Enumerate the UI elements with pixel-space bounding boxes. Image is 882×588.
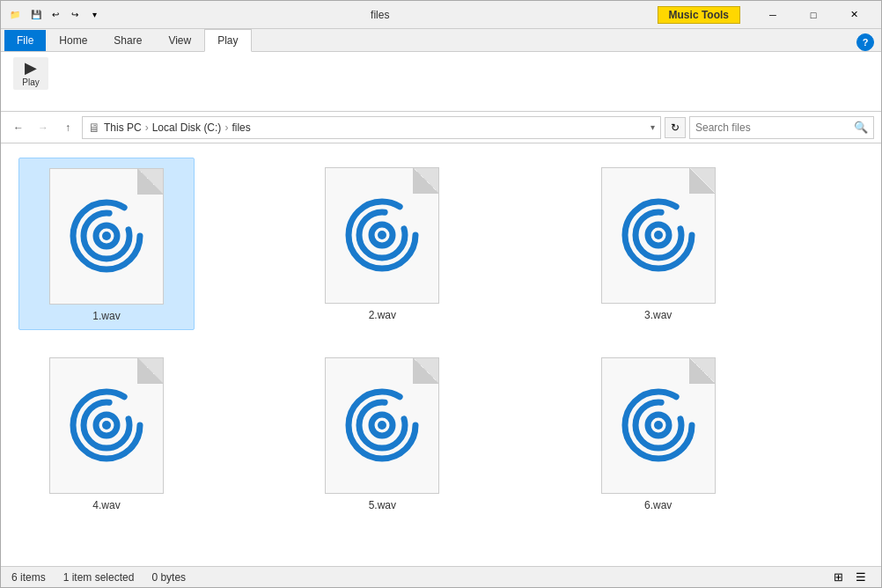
qat-undo-button[interactable]: ↩ bbox=[47, 6, 64, 24]
file-name-label: 4.wav bbox=[92, 499, 120, 511]
tab-play[interactable]: Play bbox=[204, 29, 251, 52]
ribbon: File Home Share View Play ? ▶ Play bbox=[1, 29, 881, 112]
details-view-button[interactable]: ☰ bbox=[851, 568, 871, 587]
play-label: Play bbox=[22, 77, 39, 87]
file-icon-wrapper bbox=[45, 355, 168, 496]
window-title: files bbox=[108, 9, 652, 21]
ribbon-tab-bar: Music Tools bbox=[658, 6, 740, 24]
wav-icon bbox=[342, 195, 422, 275]
qat-redo-button[interactable]: ↪ bbox=[66, 6, 84, 24]
title-bar: 📁 💾 ↩ ↪ ▾ files Music Tools ─ □ ✕ bbox=[1, 1, 881, 29]
svg-point-3 bbox=[102, 232, 111, 240]
file-icon-wrapper bbox=[597, 355, 720, 496]
window-controls: ─ □ ✕ bbox=[753, 1, 874, 29]
file-page-icon bbox=[325, 357, 439, 494]
svg-point-11 bbox=[654, 231, 663, 239]
file-item[interactable]: 1.wav bbox=[18, 158, 195, 330]
search-icon: 🔍 bbox=[854, 121, 868, 134]
file-page-icon bbox=[601, 167, 716, 304]
address-path[interactable]: 🖥 This PC › Local Disk (C:) › files ▾ bbox=[82, 116, 661, 139]
file-icon-wrapper bbox=[320, 355, 444, 496]
ribbon-tab-list: File Home Share View Play ? bbox=[1, 29, 881, 51]
file-page-icon bbox=[49, 357, 164, 494]
maximize-button[interactable]: □ bbox=[793, 1, 834, 29]
file-item[interactable]: 3.wav bbox=[570, 158, 746, 330]
quick-access-toolbar: 💾 ↩ ↪ ▾ bbox=[27, 6, 103, 24]
forward-button[interactable]: → bbox=[33, 117, 54, 138]
music-tools-tab[interactable]: Music Tools bbox=[658, 6, 740, 24]
file-item[interactable]: 5.wav bbox=[294, 348, 470, 518]
svg-point-15 bbox=[102, 421, 111, 430]
file-icon-wrapper bbox=[45, 165, 168, 306]
ribbon-content: ▶ Play bbox=[1, 51, 881, 111]
address-bar: ← → ↑ 🖥 This PC › Local Disk (C:) › file… bbox=[1, 112, 881, 143]
wav-icon bbox=[619, 386, 698, 465]
play-icon: ▶ bbox=[25, 60, 37, 76]
file-name-label: 2.wav bbox=[369, 309, 396, 321]
up-button[interactable]: ↑ bbox=[57, 117, 78, 138]
view-controls: ⊞ ☰ bbox=[828, 568, 871, 587]
file-page-icon bbox=[325, 167, 439, 304]
qat-dropdown-button[interactable]: ▾ bbox=[85, 6, 103, 24]
file-item[interactable]: 4.wav bbox=[18, 348, 195, 518]
file-name-label: 1.wav bbox=[92, 310, 120, 322]
file-page-icon bbox=[601, 357, 716, 494]
path-this-pc: This PC bbox=[104, 121, 142, 134]
file-name-label: 6.wav bbox=[644, 499, 672, 511]
path-sep-1: › bbox=[145, 121, 149, 134]
wav-icon bbox=[67, 386, 146, 465]
path-local-disk: Local Disk (C:) bbox=[152, 121, 222, 134]
file-size: 0 bytes bbox=[151, 571, 186, 584]
tab-share[interactable]: Share bbox=[100, 29, 155, 51]
large-icons-view-button[interactable]: ⊞ bbox=[828, 568, 848, 587]
selection-count: 1 item selected bbox=[63, 571, 135, 584]
title-bar-icons: 📁 bbox=[8, 8, 22, 22]
search-input[interactable] bbox=[695, 121, 854, 134]
wav-icon bbox=[67, 196, 146, 276]
wav-icon bbox=[619, 195, 698, 275]
path-files: files bbox=[232, 121, 250, 134]
help-button[interactable]: ? bbox=[856, 33, 874, 51]
minimize-button[interactable]: ─ bbox=[753, 1, 793, 29]
status-bar: 6 items 1 item selected 0 bytes ⊞ ☰ bbox=[1, 566, 881, 587]
file-name-label: 3.wav bbox=[644, 309, 672, 321]
file-page-icon bbox=[49, 168, 164, 305]
main-content: 1.wav 2.wav 3.wav 4.wav 5.wav bbox=[1, 143, 881, 566]
tab-file[interactable]: File bbox=[4, 30, 46, 51]
file-item[interactable]: 2.wav bbox=[294, 158, 470, 330]
search-box[interactable]: 🔍 bbox=[689, 116, 874, 139]
refresh-button[interactable]: ↻ bbox=[665, 117, 686, 138]
svg-point-23 bbox=[654, 421, 663, 430]
svg-point-7 bbox=[378, 231, 386, 239]
ribbon-group-play: ▶ Play bbox=[8, 55, 61, 95]
play-button[interactable]: ▶ Play bbox=[13, 57, 48, 90]
wav-icon bbox=[342, 386, 422, 465]
item-count: 6 items bbox=[11, 571, 46, 584]
file-name-label: 5.wav bbox=[369, 499, 396, 511]
path-dropdown-arrow: ▾ bbox=[650, 122, 655, 132]
path-folder-icon: 🖥 bbox=[88, 121, 100, 135]
app-icon: 📁 bbox=[8, 8, 22, 22]
close-button[interactable]: ✕ bbox=[834, 1, 874, 29]
back-button[interactable]: ← bbox=[8, 117, 29, 138]
svg-point-19 bbox=[378, 421, 386, 430]
file-grid: 1.wav 2.wav 3.wav 4.wav 5.wav bbox=[18, 158, 811, 518]
tab-home[interactable]: Home bbox=[46, 29, 100, 51]
file-icon-wrapper bbox=[597, 165, 720, 305]
qat-save-button[interactable]: 💾 bbox=[27, 6, 45, 24]
file-item[interactable]: 6.wav bbox=[570, 348, 746, 518]
tab-view[interactable]: View bbox=[155, 29, 204, 51]
file-icon-wrapper bbox=[320, 165, 444, 305]
path-sep-2: › bbox=[224, 121, 228, 134]
